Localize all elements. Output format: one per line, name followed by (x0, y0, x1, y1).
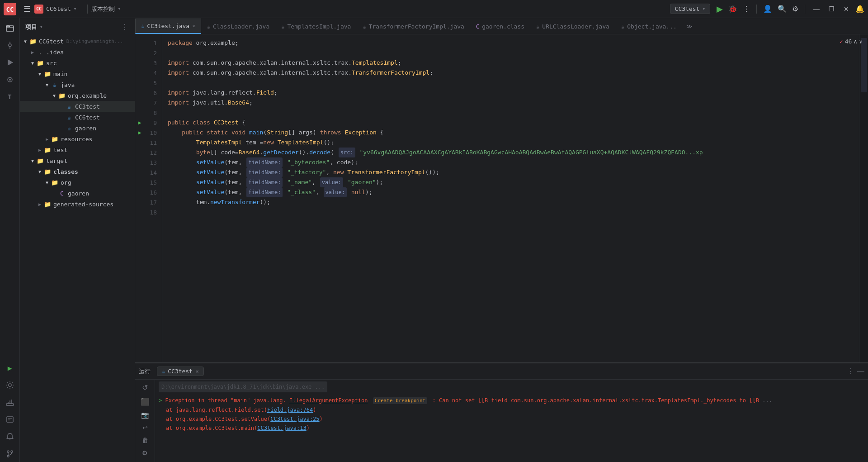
line-numbers-gutter: ▶1 ▶2 ▶3 ▶4 ▶5 ▶6 ▶7 ▶8 ▶9 ▶10 ▶11 ▶12 ▶… (135, 34, 162, 362)
tree-item-classes[interactable]: ▼ 📁 classes (20, 166, 135, 177)
run-target-selector[interactable]: CC3test ▾ (670, 4, 710, 14)
screenshot-button[interactable]: 📷 (139, 410, 151, 420)
profile-button[interactable]: 👤 (760, 3, 775, 15)
version-ctrl-chevron: ▾ (118, 6, 121, 12)
settings-button[interactable]: ⚙ (789, 3, 801, 15)
sidebar-icon-t[interactable]: T (2, 89, 18, 105)
main-menu-button[interactable]: ☰ (20, 2, 34, 16)
tab-object[interactable]: ☕ Object.java... (615, 19, 683, 34)
minimap (859, 34, 868, 362)
code-line-3: import com.sun.org.apache.xalan.internal… (168, 58, 854, 68)
wrap-button[interactable]: ↩ (141, 422, 150, 433)
restart-button[interactable]: ↺ (140, 381, 150, 394)
code-line-17: tem.newTransformer(); (168, 197, 854, 207)
sidebar-icon-run[interactable] (2, 54, 18, 71)
debug-button[interactable]: 🐞 (726, 3, 740, 15)
tree-item-cc3test[interactable]: ▶ ☕ CC3test (20, 101, 135, 112)
field-java-link[interactable]: Field.java:764 (267, 407, 313, 413)
svg-rect-14 (7, 417, 13, 422)
error-count-widget[interactable]: ✓ 46 ∧ ∨ (840, 38, 863, 45)
tab-classloader[interactable]: ☕ ClassLoader.java (201, 19, 275, 34)
project-options[interactable]: ⋮ (120, 22, 129, 32)
stop-button[interactable]: ⬛ (139, 395, 151, 408)
project-chevron: ▾ (74, 6, 77, 12)
code-line-11: TemplatesImpl tem =new TemplatesImpl(); (168, 138, 854, 148)
code-editor[interactable]: ▶1 ▶2 ▶3 ▶4 ▶5 ▶6 ▶7 ▶8 ▶9 ▶10 ▶11 ▶12 ▶… (135, 34, 868, 362)
stack-trace-3: at org.example.CC3test.main(CC3test.java… (159, 424, 864, 433)
tree-item-resources[interactable]: ▶ 📁 resources (20, 133, 135, 144)
bottom-more[interactable]: ⋮ (847, 367, 854, 376)
tree-item-gaoren-java[interactable]: ▶ ☕ gaoren (20, 123, 135, 133)
sidebar-icon-folder[interactable] (2, 20, 18, 36)
tree-item-org-folder[interactable]: ▼ 📁 org (20, 177, 135, 188)
sidebar-icon-notifications[interactable] (2, 429, 18, 445)
tab-templatesimpl[interactable]: ☕ TemplatesImpl.java (275, 19, 357, 34)
sidebar-icon-debug[interactable] (2, 71, 18, 88)
console-cmd-line: D:\environment\java\jdk1.8_71\jdk\bin\ja… (159, 381, 327, 392)
tree-item-main[interactable]: ▼ 📁 main (20, 68, 135, 79)
minimize-button[interactable]: — (809, 5, 824, 14)
sidebar-icon-preview[interactable] (2, 411, 18, 428)
app-logo: CC (4, 3, 16, 15)
sidebar-icon-commit[interactable] (2, 37, 18, 53)
stack-trace-1: at java.lang.reflect.Field.set(Field.jav… (159, 405, 864, 414)
tree-item-cc6test[interactable]: ▼ 📁 CC6test D:\yingwenmingth... (20, 36, 135, 47)
code-line-18 (168, 207, 854, 217)
run-button[interactable]: ▶ (714, 2, 726, 16)
file-tree-panel: 项目 ▾ ⋮ ▼ 📁 CC6test D:\yingwenmingth... ▶… (20, 18, 135, 462)
maximize-button[interactable]: ❐ (824, 5, 839, 14)
tree-item-target[interactable]: ▼ 📁 target (20, 155, 135, 166)
bottom-minimize[interactable]: — (857, 367, 864, 376)
tab-urlclassloader[interactable]: ☕ URLClassLoader.java (530, 19, 615, 34)
error-nav-up[interactable]: ∧ (854, 38, 857, 45)
run-tab-close[interactable]: × (195, 368, 199, 375)
tree-item-java-folder[interactable]: ▼ ☕ java (20, 79, 135, 90)
project-name[interactable]: CC CC6test ▾ (34, 5, 76, 14)
tab-gaoren-class[interactable]: C gaoren.class (470, 19, 530, 34)
svg-point-8 (9, 79, 11, 81)
sidebar-icon-settings2[interactable] (2, 377, 18, 393)
code-line-2 (168, 48, 854, 58)
bottom-panel: 运行 ☕ CC3test × ⋮ — ↺ ⬛ 📷 ↩ 🗑 (135, 362, 868, 462)
setvalue-link[interactable]: CC3test.java:25 (270, 416, 319, 422)
run-target-chevron: ▾ (702, 6, 705, 12)
tree-item-idea[interactable]: ▶ . .idea (20, 47, 135, 57)
code-content[interactable]: package org.example; import com.sun.org.… (162, 34, 859, 362)
more-actions-button[interactable]: ⋮ (740, 3, 753, 15)
sidebar-icon-git2[interactable] (2, 446, 18, 462)
notifications-panel[interactable]: 🔔 (855, 5, 864, 13)
close-button[interactable]: ✕ (839, 5, 854, 14)
clear-button[interactable]: 🗑 (140, 435, 150, 446)
tree-item-cc6test-file[interactable]: ▶ ☕ CC6test (20, 112, 135, 123)
main-link[interactable]: CC3test.java:13 (257, 425, 306, 431)
code-line-15: setValue(tem, fieldName: "_name", value:… (168, 177, 854, 187)
create-breakpoint-btn[interactable]: Create breakpoint (373, 397, 428, 404)
code-line-4: import com.sun.org.apache.xalan.internal… (168, 68, 854, 78)
svg-marker-6 (8, 59, 13, 66)
tabs-more-button[interactable]: ≫ (683, 19, 696, 34)
run-panel-header: 运行 ☕ CC3test × ⋮ — (135, 363, 868, 380)
close-tab-cc3test[interactable]: × (192, 23, 195, 29)
tree-item-generated-sources[interactable]: ▶ 📁 generated-sources (20, 199, 135, 210)
code-line-9: public class CC3test { (168, 118, 854, 128)
stack-trace-2: at org.example.CC3test.setValue(CC3test.… (159, 414, 864, 424)
tree-item-src[interactable]: ▼ 📁 src (20, 57, 135, 68)
sidebar-icon-build[interactable] (2, 394, 18, 410)
version-control[interactable]: 版本控制 ▾ (91, 5, 121, 13)
svg-point-3 (9, 44, 11, 47)
tab-transformerfactoryimpl[interactable]: ☕ TransformerFactoryImpl.java (357, 19, 470, 34)
code-line-16: setValue(tem, fieldName: "_class", value… (168, 187, 854, 197)
sidebar-icon-run-active[interactable]: ▶ (2, 360, 18, 376)
exception-class-link[interactable]: IllegalArgumentException (289, 397, 368, 404)
tab-cc3test[interactable]: ☕ CC3test.java × (135, 19, 201, 34)
search-button[interactable]: 🔍 (775, 3, 789, 15)
console-output[interactable]: D:\environment\java\jdk1.8_71\jdk\bin\ja… (155, 380, 868, 462)
run-target-tab[interactable]: ☕ CC3test × (157, 367, 204, 376)
tree-item-org-example[interactable]: ▼ 📁 org.example (20, 90, 135, 101)
file-tree-header: 项目 ▾ ⋮ (20, 18, 135, 36)
tree-item-gaoren-class[interactable]: ▶ C gaoren (20, 188, 135, 199)
code-line-7: import java.util.Base64; (168, 98, 854, 108)
svg-point-19 (11, 451, 13, 452)
tree-item-test[interactable]: ▶ 📁 test (20, 144, 135, 155)
settings-run[interactable]: ⚙ (140, 448, 150, 458)
